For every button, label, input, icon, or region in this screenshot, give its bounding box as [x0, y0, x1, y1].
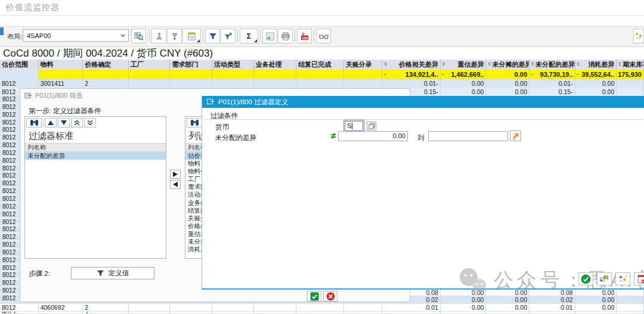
layout-magnifier-icon [134, 32, 144, 41]
table-cell [441, 312, 487, 314]
table-cell [254, 70, 297, 79]
define-values-button[interactable]: 定义值 [71, 267, 154, 279]
sum-icon: Σ [488, 60, 491, 70]
table-row[interactable]: 80122 [0, 312, 644, 314]
table-cell: 0.00 [575, 304, 617, 312]
print-button[interactable] [278, 29, 293, 43]
strip-row: 8012 [0, 165, 20, 172]
column-header[interactable]: 需求部门 [170, 60, 212, 70]
transfer-selection-button[interactable] [597, 272, 612, 285]
filter-dialog-titlebar[interactable]: P01(1)/800 筛选 [24, 91, 82, 100]
svg-text:$: $ [302, 32, 304, 36]
column-header[interactable]: 价格确定 [83, 60, 129, 70]
glasses-icon [319, 33, 329, 40]
move-down-button[interactable] [58, 118, 70, 128]
not-equal-icon: ≠ [331, 130, 336, 141]
table-cell: 2 [83, 304, 129, 312]
currency-units-button[interactable]: $100 [297, 29, 312, 43]
table-row[interactable]: 8012300141120.01-0.000.000.01-0.00 [0, 79, 644, 88]
criteria-list-item[interactable]: 未分配的差异 [25, 152, 166, 160]
strip-row: 8012 [0, 119, 20, 126]
sort-ascending-button[interactable] [151, 29, 166, 43]
column-header[interactable]: Σ未分配的差异 [530, 60, 575, 70]
multiple-values-button[interactable] [367, 122, 376, 130]
column-header[interactable]: Σ重估差异 [441, 60, 487, 70]
table-cell [382, 312, 440, 314]
arrow-left-icon [173, 182, 178, 187]
table-cell: 0.00 [575, 289, 617, 296]
toolbar-separator [237, 30, 238, 42]
cell-value: 4060692 [41, 304, 65, 311]
column-header[interactable]: Σ期末库存 [617, 60, 644, 70]
clipped-orange-icon [635, 32, 643, 41]
table-row[interactable]: ▪134,921,4..▪1,462,669..0.00▪93,730,19..… [0, 70, 644, 79]
confirm-button[interactable] [578, 272, 593, 285]
column-header[interactable]: 物料 [39, 60, 83, 70]
column-header[interactable]: 业务处理 [254, 60, 297, 70]
set-filter-button[interactable] [205, 29, 220, 43]
column-header[interactable]: 结算已完成 [296, 60, 344, 70]
cell-value: 0.00 [472, 88, 484, 95]
chevrons-down-icon [87, 120, 93, 126]
detail-list-button[interactable] [182, 29, 201, 43]
find-button[interactable] [26, 118, 42, 128]
filter-funnel-icon [209, 32, 217, 41]
delete-selection-button[interactable] [634, 272, 644, 285]
move-bottom-button[interactable] [84, 118, 96, 128]
filter-definition-dialog: P01(1)/800 过滤器定义 过滤条件 货币 S 未分配的差异 ≠ 0.00… [202, 96, 644, 290]
cell-value: 0.00 [515, 88, 527, 95]
splitter-handle[interactable] [0, 27, 4, 35]
column-header[interactable]: 关账分录 [344, 60, 383, 70]
table-cell [296, 312, 344, 314]
legend-button[interactable] [316, 29, 331, 43]
column-header[interactable]: Σ价格相关差异 [382, 60, 440, 70]
column-header[interactable]: 工厂 [129, 60, 171, 70]
cell-value: 0.01 [561, 304, 572, 311]
column-header-label: 期末库存 [623, 60, 644, 70]
table-cell [575, 312, 617, 314]
total-button[interactable]: Σ [240, 29, 258, 43]
table-cell [530, 312, 575, 314]
table-cell [212, 312, 254, 314]
text-caret [352, 123, 352, 129]
multiple-selection-button[interactable] [615, 272, 630, 285]
move-up-button[interactable] [45, 118, 57, 128]
confirm-button[interactable] [307, 291, 321, 301]
layout-combobox[interactable]: 4SAP00 [23, 29, 129, 42]
cell-value: 2 [85, 304, 88, 311]
column-header[interactable]: 活动类型 [212, 60, 254, 70]
extend-selection-button[interactable] [510, 130, 521, 141]
toolbar-separator [295, 30, 295, 42]
cell-value: 8012 [2, 88, 16, 95]
column-header[interactable]: 估价范围 [0, 60, 39, 70]
column-header-label: 重估差异 [447, 60, 484, 70]
currency-100-icon: $100 [301, 32, 309, 41]
clipped-toolbar-button[interactable] [633, 29, 644, 43]
currency-input[interactable]: S [345, 121, 363, 131]
table-cell: 0.00 [486, 304, 530, 312]
column-header[interactable]: Σ未分摊的差异 [486, 60, 530, 70]
cell-value: 0.00 [515, 296, 527, 303]
filter-definition-titlebar[interactable]: P01(1)/800 过滤器定义 [202, 96, 644, 108]
export-spreadsheet-button[interactable]: x [262, 29, 277, 43]
filter-definition-footer [578, 272, 644, 285]
detail-list-icon [188, 32, 196, 41]
diff-from-input[interactable]: 0.00 [338, 131, 408, 141]
criteria-list-rows: 未分配的差异 [25, 152, 166, 160]
remove-criterion-button[interactable] [170, 180, 181, 189]
find-button[interactable] [187, 118, 202, 128]
diff-to-input[interactable] [428, 131, 508, 141]
add-criterion-button[interactable] [170, 170, 181, 179]
cell-value: 1,462,669.. [451, 71, 484, 78]
cancel-button[interactable] [323, 291, 338, 301]
table-cell [254, 79, 297, 88]
drill-marker-icon: ▪ [442, 73, 445, 76]
report-title: CoCd 8000 / 期间 004.2024 / 货币 CNY (#603) [3, 46, 213, 60]
column-header[interactable]: Σ消耗差异 [575, 60, 617, 70]
table-row[interactable]: 8012406069220.010.000.000.010.00 [0, 304, 644, 312]
delete-filter-button[interactable] [221, 29, 236, 43]
table-cell [344, 304, 383, 312]
choose-layout-button[interactable] [131, 29, 146, 43]
move-top-button[interactable] [71, 118, 83, 128]
sort-descending-button[interactable] [167, 29, 182, 43]
